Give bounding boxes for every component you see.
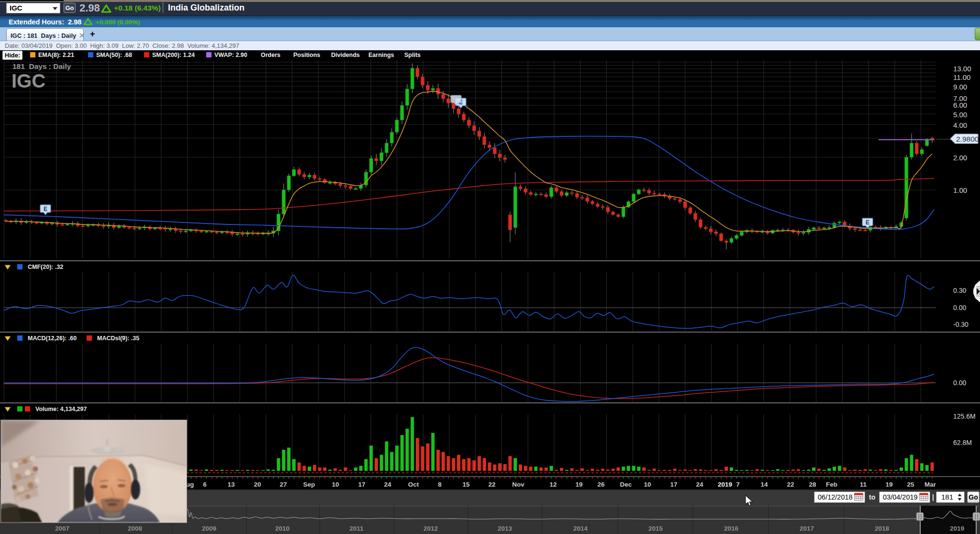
svg-text:22: 22 <box>488 481 495 488</box>
svg-text:0.00: 0.00 <box>953 304 966 312</box>
svg-text:IGC: IGC <box>11 70 45 91</box>
svg-text:Sep: Sep <box>303 481 315 488</box>
svg-text:19: 19 <box>885 481 892 488</box>
svg-text:2017: 2017 <box>800 525 814 532</box>
svg-text:2: 2 <box>466 105 468 110</box>
svg-text:2.00: 2.00 <box>953 154 967 162</box>
svg-text:Oct: Oct <box>408 481 419 488</box>
svg-text:-0.30: -0.30 <box>953 321 969 328</box>
svg-text:2007: 2007 <box>55 525 69 532</box>
svg-text:4.00: 4.00 <box>953 121 967 129</box>
svg-text:10: 10 <box>332 481 339 488</box>
svg-text:2.9800: 2.9800 <box>956 135 979 143</box>
svg-text:181 Days : Daily: 181 Days : Daily <box>12 62 71 70</box>
svg-text:ug: ug <box>186 481 194 488</box>
svg-text:10: 10 <box>644 481 651 488</box>
svg-text:13.00: 13.00 <box>953 65 971 73</box>
svg-text:19: 19 <box>575 481 582 488</box>
svg-text:25: 25 <box>907 481 914 488</box>
svg-text:2018: 2018 <box>875 525 890 532</box>
svg-text:2011: 2011 <box>349 525 364 532</box>
svg-text:17: 17 <box>670 481 677 488</box>
svg-text:Mar: Mar <box>924 481 936 488</box>
svg-text:24: 24 <box>384 481 391 488</box>
svg-text:9.00: 9.00 <box>953 83 967 91</box>
svg-text:62.8M: 62.8M <box>953 439 972 446</box>
svg-text:8: 8 <box>438 481 442 488</box>
svg-text:14: 14 <box>760 481 768 488</box>
svg-text:2008: 2008 <box>128 525 143 532</box>
svg-text:2010: 2010 <box>275 525 290 532</box>
svg-text:0.00: 0.00 <box>953 379 966 387</box>
svg-text:24: 24 <box>696 481 703 488</box>
svg-text:1.00: 1.00 <box>953 186 967 194</box>
svg-text:2015: 2015 <box>648 525 663 532</box>
svg-text:Volume: 4,134,297: Volume: 4,134,297 <box>35 406 87 412</box>
svg-text:2012: 2012 <box>423 525 438 532</box>
svg-text:27: 27 <box>279 481 287 488</box>
svg-text:Dec: Dec <box>620 481 632 488</box>
svg-text:22: 22 <box>787 481 794 488</box>
svg-text:11: 11 <box>860 481 867 488</box>
svg-text:6: 6 <box>203 481 207 488</box>
svg-text:17: 17 <box>358 481 365 488</box>
svg-text:26: 26 <box>597 481 605 488</box>
svg-text:2009: 2009 <box>202 525 216 532</box>
svg-text:Feb: Feb <box>826 481 837 488</box>
svg-text:28: 28 <box>809 481 816 488</box>
svg-text:7: 7 <box>736 481 740 488</box>
svg-text:E: E <box>44 206 47 212</box>
svg-text:MACDsl(9): .35: MACDsl(9): .35 <box>97 335 139 342</box>
svg-text:5.00: 5.00 <box>953 111 967 119</box>
svg-text:2014: 2014 <box>573 525 588 532</box>
svg-text:12: 12 <box>549 481 557 488</box>
svg-text:13: 13 <box>227 481 235 488</box>
svg-text:2019: 2019 <box>718 481 732 488</box>
svg-text:125.6M: 125.6M <box>953 412 976 420</box>
svg-text:MACD(12,26): .60: MACD(12,26): .60 <box>28 335 77 342</box>
svg-text:2019: 2019 <box>950 525 964 532</box>
svg-text:11.00: 11.00 <box>953 73 970 81</box>
svg-text:Nov: Nov <box>512 481 524 488</box>
svg-text:E: E <box>866 219 869 226</box>
svg-text:2013: 2013 <box>498 525 512 532</box>
svg-text:2016: 2016 <box>724 525 739 532</box>
svg-text:CMF(20): .32: CMF(20): .32 <box>28 264 63 270</box>
svg-text:20: 20 <box>254 481 261 488</box>
svg-text:6.00: 6.00 <box>953 101 967 109</box>
svg-text:0.30: 0.30 <box>953 287 966 294</box>
svg-text:15: 15 <box>462 481 470 488</box>
